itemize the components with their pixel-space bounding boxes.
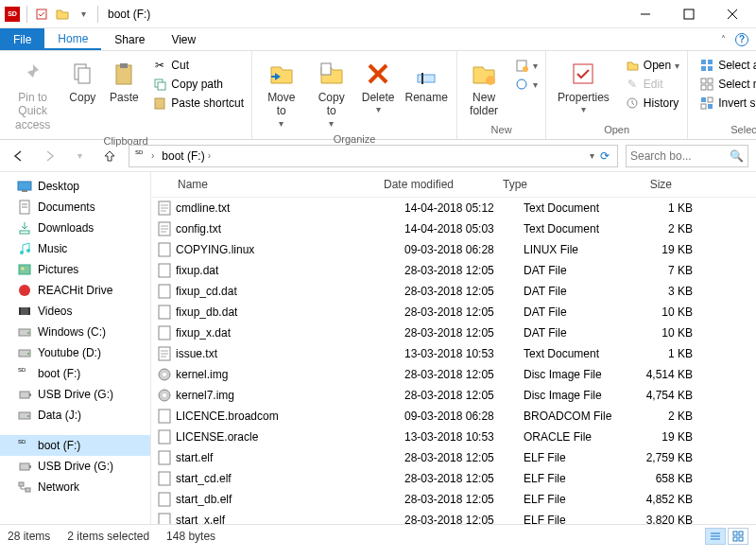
qat-properties-icon[interactable] xyxy=(33,6,50,23)
file-row[interactable]: start_db.elf28-03-2018 12:05ELF File4,85… xyxy=(151,489,756,510)
new-item-button[interactable]: ▾ xyxy=(512,57,540,74)
nav-item[interactable]: Network xyxy=(0,477,150,497)
thumbnails-view-button[interactable] xyxy=(728,528,748,545)
qat-dropdown-icon[interactable]: ▾ xyxy=(75,6,92,23)
tab-share[interactable]: Share xyxy=(101,28,158,50)
copy-button[interactable]: Copy xyxy=(63,57,101,106)
file-row[interactable]: fixup_db.dat28-03-2018 12:05DAT File10 K… xyxy=(151,302,756,323)
easy-access-button[interactable]: ▾ xyxy=(512,76,540,93)
nav-item[interactable]: Pictures xyxy=(0,259,150,280)
breadcrumb[interactable]: SD› boot (F:)› ▾⟳ xyxy=(129,145,618,167)
col-date[interactable]: Date modified xyxy=(376,176,495,193)
nav-item[interactable]: Downloads xyxy=(0,218,150,238)
copy-to-button[interactable]: Copy to▾ xyxy=(309,57,354,131)
qat-folder-icon[interactable] xyxy=(54,6,71,23)
nav-item[interactable]: SDboot (F:) xyxy=(0,363,150,384)
invert-selection-button[interactable]: Invert selection xyxy=(697,95,756,112)
svg-rect-31 xyxy=(701,97,706,102)
back-button[interactable] xyxy=(8,145,30,167)
col-type[interactable]: Type xyxy=(495,176,604,193)
file-size: 2 KB xyxy=(625,220,700,237)
nav-item[interactable]: Desktop xyxy=(0,176,150,197)
history-button[interactable]: History xyxy=(623,95,681,112)
minimize-button[interactable] xyxy=(624,0,667,28)
cut-button[interactable]: ✂Cut xyxy=(150,57,246,74)
file-icon xyxy=(157,471,172,486)
navigation-pane[interactable]: DesktopDocumentsDownloadsMusicPicturesRE… xyxy=(0,172,151,524)
copy-path-button[interactable]: Copy path xyxy=(150,76,246,93)
file-name: start.elf xyxy=(172,449,397,466)
tab-view[interactable]: View xyxy=(158,28,209,50)
forward-button[interactable] xyxy=(38,145,60,167)
breadcrumb-item[interactable]: boot (F:)› xyxy=(160,149,213,163)
svg-point-20 xyxy=(517,79,526,89)
nav-item[interactable]: Music xyxy=(0,238,150,259)
nav-item-label: Downloads xyxy=(38,221,94,235)
recent-button[interactable]: ▾ xyxy=(68,145,91,167)
new-folder-button[interactable]: New folder xyxy=(463,57,505,120)
file-row[interactable]: COPYING.linux09-03-2018 06:28LINUX File1… xyxy=(151,239,756,260)
maximize-button[interactable] xyxy=(667,0,711,28)
file-size: 19 KB xyxy=(625,428,700,445)
file-row[interactable]: start_cd.elf28-03-2018 12:05ELF File658 … xyxy=(151,468,756,489)
video-icon xyxy=(17,304,32,319)
col-name[interactable]: Name xyxy=(151,176,376,193)
select-all-button[interactable]: Select all xyxy=(697,57,756,74)
nav-item[interactable]: SDboot (F:) xyxy=(0,435,150,456)
open-button[interactable]: Open▾ xyxy=(623,57,681,74)
paste-button[interactable]: Paste xyxy=(105,57,143,106)
open-icon xyxy=(625,58,640,73)
properties-button[interactable]: Properties▾ xyxy=(552,57,615,117)
nav-item[interactable]: Documents xyxy=(0,197,150,218)
breadcrumb-root[interactable]: SD› xyxy=(133,149,156,163)
file-size: 2,759 KB xyxy=(625,449,700,466)
search-input[interactable]: Search bo... 🔍 xyxy=(626,145,748,167)
column-headers[interactable]: Name Date modified Type Size xyxy=(151,172,756,198)
close-button[interactable] xyxy=(711,0,754,28)
file-list[interactable]: cmdline.txt14-04-2018 05:12Text Document… xyxy=(151,198,756,524)
file-row[interactable]: fixup.dat28-03-2018 12:05DAT File7 KB xyxy=(151,260,756,281)
file-size: 1 KB xyxy=(625,345,700,362)
nav-item[interactable]: REACHit Drive xyxy=(0,280,150,301)
pin-quick-access-button[interactable]: Pin to Quick access xyxy=(6,57,60,133)
delete-button[interactable]: Delete▾ xyxy=(358,57,398,117)
file-row[interactable]: start.elf28-03-2018 12:05ELF File2,759 K… xyxy=(151,447,756,468)
nav-item[interactable]: Windows (C:) xyxy=(0,322,150,342)
up-button[interactable] xyxy=(98,145,121,167)
nav-item[interactable]: Videos xyxy=(0,301,150,322)
tab-home[interactable]: Home xyxy=(44,28,101,50)
file-row[interactable]: config.txt14-04-2018 05:03Text Document2… xyxy=(151,218,756,239)
status-bar: 28 items 2 items selected 148 bytes xyxy=(0,524,756,547)
refresh-button[interactable]: ⟳ xyxy=(600,149,610,163)
nav-item[interactable]: Data (J:) xyxy=(0,405,150,426)
file-type: LINUX File xyxy=(516,241,625,258)
file-tab[interactable]: File xyxy=(0,28,44,50)
file-row[interactable]: start_x.elf28-03-2018 12:05ELF File3,820… xyxy=(151,510,756,524)
paste-shortcut-button[interactable]: Paste shortcut xyxy=(150,95,246,112)
move-to-button[interactable]: Move to▾ xyxy=(258,57,304,131)
file-row[interactable]: fixup_cd.dat28-03-2018 12:05DAT File3 KB xyxy=(151,281,756,302)
file-row[interactable]: kernel7.img28-03-2018 12:05Disc Image Fi… xyxy=(151,385,756,406)
select-none-button[interactable]: Select none xyxy=(697,76,756,93)
nav-item[interactable]: USB Drive (G:) xyxy=(0,384,150,405)
svg-rect-8 xyxy=(120,63,128,68)
file-row[interactable]: issue.txt13-03-2018 10:53Text Document1 … xyxy=(151,343,756,364)
details-view-button[interactable] xyxy=(705,528,726,545)
edit-button[interactable]: ✎Edit xyxy=(623,76,681,93)
file-row[interactable]: fixup_x.dat28-03-2018 12:05DAT File10 KB xyxy=(151,323,756,343)
breadcrumb-dropdown-icon[interactable]: ▾ xyxy=(590,150,594,161)
file-row[interactable]: cmdline.txt14-04-2018 05:12Text Document… xyxy=(151,198,756,218)
ribbon-toggle-icon[interactable]: ˄ xyxy=(721,34,726,44)
rename-button[interactable]: Rename xyxy=(402,57,451,106)
file-row[interactable]: LICENCE.broadcom09-03-2018 06:28BROADCOM… xyxy=(151,406,756,427)
col-size[interactable]: Size xyxy=(604,176,679,193)
help-icon[interactable]: ? xyxy=(735,33,748,46)
nav-item-label: boot (F:) xyxy=(38,439,80,452)
file-row[interactable]: kernel.img28-03-2018 12:05Disc Image Fil… xyxy=(151,364,756,385)
file-row[interactable]: LICENSE.oracle13-03-2018 10:53ORACLE Fil… xyxy=(151,427,756,447)
nav-item[interactable]: Youtube (D:) xyxy=(0,342,150,363)
file-name: fixup_x.dat xyxy=(172,324,397,341)
nav-item[interactable]: USB Drive (G:) xyxy=(0,456,150,477)
svg-rect-30 xyxy=(708,85,713,90)
delete-icon xyxy=(363,59,393,89)
